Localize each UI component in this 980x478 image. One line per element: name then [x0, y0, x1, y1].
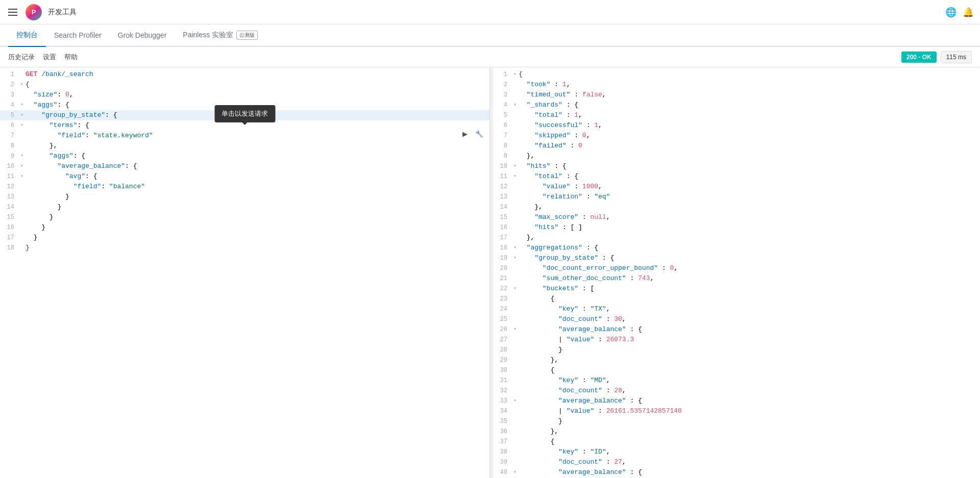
top-bar-actions: 🌐 🔔	[945, 7, 974, 18]
status-area: 200 - OK 115 ms	[901, 51, 972, 63]
history-menu[interactable]: 历史记录	[8, 53, 35, 62]
tab-grok-debugger[interactable]: Grok Debugger	[110, 24, 175, 47]
resp-line-26: 26 ▾ "average_balance" : {	[493, 324, 980, 335]
resp-line-29: 29 },	[493, 355, 980, 365]
resp-line-14: 14 },	[493, 202, 980, 212]
main-content: 单击以发送请求 ▶ 🔧 1 GET /bank/_search 2 ▾ { 3	[0, 67, 980, 478]
resp-line-18: 18 ▾ "aggregations" : {	[493, 243, 980, 253]
resp-line-35: 35 }	[493, 416, 980, 426]
left-editor-panel: 单击以发送请求 ▶ 🔧 1 GET /bank/_search 2 ▾ { 3	[0, 67, 490, 478]
code-line-17: 17 }	[0, 233, 489, 243]
resp-line-23: 23 {	[493, 294, 980, 304]
resp-line-28: 28 }	[493, 345, 980, 355]
code-line-18: 18 }	[0, 243, 489, 253]
resp-line-38: 38 "key" : "ID",	[493, 447, 980, 457]
code-line-5: 5 ▾ "group_by_state": {	[0, 110, 489, 120]
app-logo: P	[26, 4, 42, 20]
resp-line-1: 1 ▾ {	[493, 69, 980, 80]
resp-line-13: 13 "relation" : "eq"	[493, 192, 980, 202]
resp-line-27: 27 | "value" : 26073.3	[493, 335, 980, 345]
code-line-4: 4 ▾ "aggs": {	[0, 100, 489, 110]
code-line-3: 3 "size": 0,	[0, 90, 489, 100]
resp-line-12: 12 "value" : 1000,	[493, 182, 980, 192]
resp-line-31: 31 "key" : "MD",	[493, 375, 980, 386]
resp-line-36: 36 },	[493, 426, 980, 437]
code-line-12: 12 "field": "balance"	[0, 182, 489, 192]
resp-line-34: 34 | "value" : 26161.5357142857140	[493, 406, 980, 416]
tab-painless-lab[interactable]: Painless 实验室 公测版	[175, 24, 266, 47]
resp-line-20: 20 "doc_count_error_upper_bound" : 0,	[493, 263, 980, 273]
code-line-14: 14 }	[0, 202, 489, 212]
code-line-9: 9 ▾ "aggs": {	[0, 151, 489, 161]
right-response-panel: 1 ▾ { 2 "took" : 1, 3 "timed_out" : fals…	[493, 67, 980, 478]
resp-line-37: 37 {	[493, 437, 980, 447]
code-line-6: 6 ▾ "terms": {	[0, 120, 489, 131]
code-line-7: 7 "field": "state.keyword"	[0, 131, 489, 141]
globe-icon[interactable]: 🌐	[945, 7, 957, 18]
secondary-bar: 历史记录 设置 帮助 200 - OK 115 ms	[0, 47, 980, 67]
resp-line-8: 8 "failed" : 0	[493, 141, 980, 151]
code-line-1: 1 GET /bank/_search	[0, 69, 489, 80]
resp-line-3: 3 "timed_out" : false,	[493, 90, 980, 100]
code-line-13: 13 }	[0, 192, 489, 202]
beta-badge: 公测版	[236, 31, 258, 40]
response-time: 115 ms	[941, 51, 972, 63]
resp-line-16: 16 "hits" : [ ]	[493, 222, 980, 233]
resp-line-9: 9 },	[493, 151, 980, 161]
resp-line-39: 39 "doc_count" : 27,	[493, 457, 980, 467]
code-line-15: 15 }	[0, 212, 489, 222]
resp-line-30: 30 {	[493, 365, 980, 375]
resp-line-33: 33 ▾ "average_balance" : {	[493, 396, 980, 406]
resp-line-25: 25 "doc_count" : 30,	[493, 314, 980, 324]
resp-line-17: 17 },	[493, 233, 980, 243]
code-line-8: 8 },	[0, 141, 489, 151]
resp-line-7: 7 "skipped" : 0,	[493, 131, 980, 141]
app-title: 开发工具	[48, 8, 77, 17]
tab-search-profiler[interactable]: Search Profiler	[46, 24, 110, 47]
resp-line-6: 6 "successful" : 1,	[493, 120, 980, 131]
resp-line-15: 15 "max_score" : null,	[493, 212, 980, 222]
tab-console[interactable]: 控制台	[8, 24, 46, 47]
resp-line-40: 40 ▾ "average_balance" : {	[493, 467, 980, 477]
code-line-2: 2 ▾ {	[0, 80, 489, 90]
tab-bar: 控制台 Search Profiler Grok Debugger Painle…	[0, 24, 980, 47]
resp-line-32: 32 "doc_count" : 28,	[493, 386, 980, 396]
resp-line-5: 5 "total" : 1,	[493, 110, 980, 120]
bell-icon[interactable]: 🔔	[963, 7, 974, 18]
code-line-11: 11 ▾ "avg": {	[0, 171, 489, 182]
status-badge: 200 - OK	[901, 52, 937, 63]
resp-line-10: 10 ▾ "hits" : {	[493, 161, 980, 171]
code-line-10: 10 ▾ "average_balance": {	[0, 161, 489, 171]
resp-line-11: 11 ▾ "total" : {	[493, 171, 980, 182]
resp-line-2: 2 "took" : 1,	[493, 80, 980, 90]
resp-line-4: 4 ▾ "_shards" : {	[493, 100, 980, 110]
resp-line-21: 21 "sum_other_doc_count" : 743,	[493, 273, 980, 284]
top-bar: P 开发工具 🌐 🔔	[0, 0, 980, 24]
left-code-area[interactable]: 1 GET /bank/_search 2 ▾ { 3 "size": 0, 4…	[0, 67, 489, 478]
hamburger-menu[interactable]	[6, 7, 19, 18]
right-code-area[interactable]: 1 ▾ { 2 "took" : 1, 3 "timed_out" : fals…	[493, 67, 980, 478]
code-line-16: 16 }	[0, 222, 489, 233]
resp-line-22: 22 ▾ "buckets" : [	[493, 284, 980, 294]
resp-line-24: 24 "key" : "TX",	[493, 304, 980, 314]
settings-menu[interactable]: 设置	[43, 53, 56, 62]
help-menu[interactable]: 帮助	[64, 53, 78, 62]
resp-line-19: 19 ▾ "group_by_state" : {	[493, 253, 980, 263]
